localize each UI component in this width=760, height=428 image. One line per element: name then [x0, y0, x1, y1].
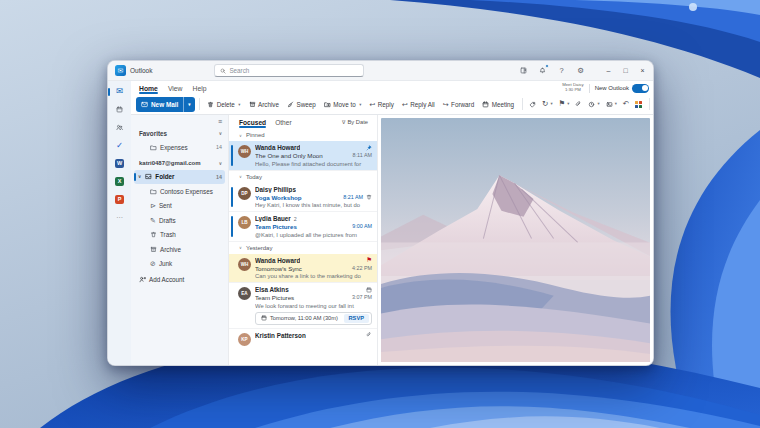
undo-icon[interactable]: ↶ [620, 97, 631, 112]
message-time: 4:22 PM [352, 265, 372, 271]
apps-launcher-icon[interactable] [633, 97, 645, 112]
flag-icon[interactable]: ⚑ [366, 257, 372, 264]
folder-item-trash[interactable]: Trash [134, 228, 225, 243]
read-unread-icon[interactable]: ▾ [603, 97, 619, 112]
message-row-wanda-pinned[interactable]: WH Wanda Howard The One and Only Moon 8:… [229, 141, 377, 171]
minimize-button[interactable]: – [600, 61, 617, 81]
rail-todo-icon[interactable]: ✓ [112, 140, 127, 151]
avatar: DP [238, 187, 251, 200]
rail-mail-icon[interactable]: ✉ [112, 86, 127, 97]
message-list: Focused Other ∇ By Date ∨ Pinned WH [228, 115, 378, 365]
delete-hover-icon[interactable] [366, 194, 372, 200]
new-outlook-toggle[interactable] [632, 84, 649, 93]
avatar: LB [238, 216, 251, 229]
filter-icon: ∇ [342, 119, 345, 125]
group-header-yesterday[interactable]: ∨ Yesterday [229, 242, 377, 254]
settings-gear-icon[interactable]: ⚙ [575, 65, 586, 76]
search-input[interactable] [229, 67, 358, 74]
divider [199, 98, 200, 110]
group-header-pinned[interactable]: ∨ Pinned [229, 129, 377, 141]
rail-excel-icon[interactable]: X [112, 176, 127, 187]
archive-icon [249, 101, 256, 108]
meeting-rsvp-chip: Tomorrow, 11:00 AM (30m) RSVP [255, 312, 372, 325]
message-time: 8:21 AM [343, 194, 363, 200]
junk-icon: ⊘ [150, 260, 156, 267]
favorite-item-expenses[interactable]: Expenses 14 [134, 140, 225, 155]
folder-item-junk[interactable]: ⊘ Junk [134, 257, 225, 272]
snooze-clock-icon[interactable]: ▾ [586, 97, 602, 112]
add-account-button[interactable]: Add Account [134, 272, 225, 287]
notification-dot [545, 64, 549, 68]
conversation-count: 2 [294, 216, 297, 222]
rail-word-icon[interactable]: W [112, 158, 127, 169]
new-mail-dropdown[interactable]: ▾ [184, 97, 194, 112]
mail-icon [141, 101, 148, 108]
reply-button[interactable]: ↩ Reply [366, 97, 397, 112]
meet-reminder[interactable]: Meet Daisy 1:30 PM [562, 83, 584, 93]
folder-icon [150, 188, 157, 195]
notifications-bell-icon[interactable] [537, 65, 548, 76]
tab-help[interactable]: Help [193, 85, 207, 93]
chevron-down-icon: ∨ [239, 245, 242, 250]
message-row-lydia[interactable]: LB Lydia Bauer 2 Team Pictures 9:00 AM @… [229, 212, 377, 242]
close-button[interactable]: × [634, 61, 651, 81]
rail-calendar-icon[interactable] [112, 104, 127, 115]
message-row-daisy[interactable]: DP Daisy Phillips Yoga Workshop 8:21 AM … [229, 183, 377, 213]
tab-focused[interactable]: Focused [239, 119, 266, 126]
meet-reminder-time: 1:30 PM [562, 88, 584, 93]
collapse-folder-pane-icon[interactable]: ≡ [218, 118, 222, 125]
archive-button[interactable]: Archive [245, 97, 283, 112]
folder-item-selected[interactable]: ∨ Folder 14 [134, 170, 225, 185]
rail-powerpoint-icon[interactable]: P [112, 194, 127, 205]
search-box[interactable] [214, 64, 364, 77]
folder-item-sent[interactable]: ⊳ Sent [134, 199, 225, 214]
avatar: EA [238, 287, 251, 300]
folder-item-archive[interactable]: Archive [134, 242, 225, 257]
drafts-icon: ✎ [150, 217, 156, 224]
message-row-wanda-flagged[interactable]: WH Wanda Howard ⚑ Tomorrow's Sync 4:22 P… [229, 254, 377, 284]
app-rail: ✉ ✓ W X P ⋯ [108, 81, 131, 365]
outlook-app-icon: ✉ [115, 65, 126, 76]
group-header-today[interactable]: ∨ Today [229, 171, 377, 183]
reply-icon: ↩ [369, 101, 375, 108]
message-row-kristin[interactable]: KP Kristin Patterson [229, 329, 377, 349]
rail-people-icon[interactable] [112, 122, 127, 133]
tab-other[interactable]: Other [275, 119, 292, 126]
sweep-button[interactable]: Sweep [284, 97, 320, 112]
folder-item-contoso-expenses[interactable]: Contoso Expenses [134, 184, 225, 199]
folder-item-drafts[interactable]: ✎ Drafts [134, 213, 225, 228]
attach-icon[interactable] [573, 97, 585, 112]
flag-icon[interactable]: ⚑▾ [556, 97, 572, 112]
reply-all-button[interactable]: ↩ Reply All [398, 97, 438, 112]
rail-more-apps-icon[interactable]: ⋯ [112, 212, 127, 223]
meeting-button[interactable]: Meeting [479, 97, 518, 112]
tag-icon[interactable] [527, 97, 539, 112]
message-time: 3:07 PM [352, 294, 372, 300]
message-row-elsa[interactable]: EA Elsa Atkins Team Pictures 3:07 PM [229, 283, 377, 329]
titlebar: ✉ Outlook ? ⚙ – □ × [108, 61, 653, 81]
new-mail-label: New Mail [151, 101, 178, 108]
titlebar-icons: ? ⚙ [518, 65, 590, 76]
new-outlook-label: New Outlook [595, 85, 629, 91]
inbox-icon [145, 173, 152, 180]
tab-home[interactable]: Home [139, 85, 158, 93]
delete-button[interactable]: Delete▾ [204, 97, 244, 112]
reply-all-icon: ↩ [402, 101, 408, 108]
move-to-button[interactable]: Move to▾ [320, 97, 365, 112]
account-header[interactable]: katri0487@gmail.com ∨ [134, 157, 225, 170]
rsvp-button[interactable]: RSVP [344, 314, 370, 323]
calendar-icon [482, 101, 489, 108]
new-mail-button[interactable]: New Mail ▾ [136, 97, 195, 112]
reading-pane [378, 115, 653, 365]
archive-icon [150, 246, 157, 253]
forward-button[interactable]: ↪ Forward [439, 97, 477, 112]
message-list-tabs: Focused Other ∇ By Date [229, 115, 377, 129]
sort-by-date-button[interactable]: ∇ By Date [342, 119, 368, 125]
maximize-button[interactable]: □ [617, 61, 634, 81]
tab-view[interactable]: View [168, 85, 183, 93]
favorites-header[interactable]: Favorites ∨ [134, 127, 225, 140]
myday-panel-icon[interactable] [518, 65, 529, 76]
help-icon[interactable]: ? [556, 65, 567, 76]
broom-icon [287, 101, 294, 108]
sync-icon[interactable]: ↻▾ [540, 97, 555, 112]
